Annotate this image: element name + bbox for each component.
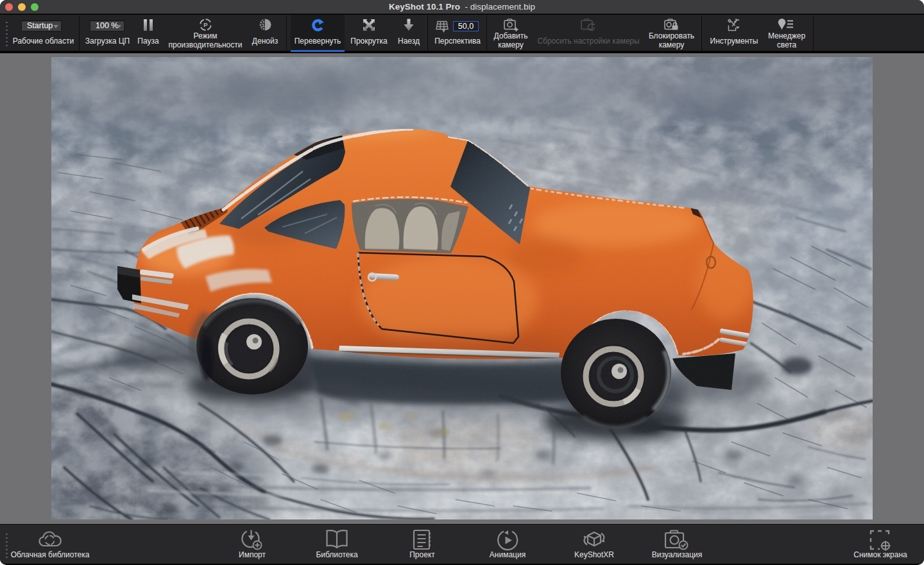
svg-text:P: P [203, 21, 208, 28]
